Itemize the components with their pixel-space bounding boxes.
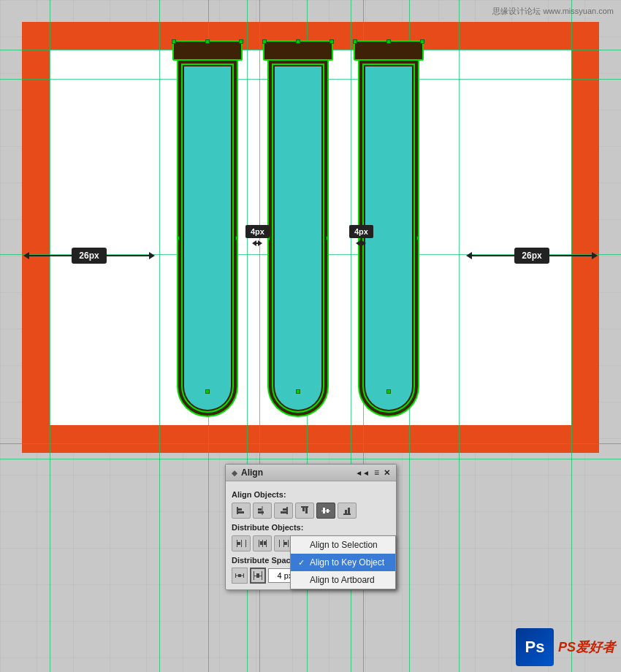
tube-inner-2 bbox=[272, 64, 324, 413]
svg-rect-4 bbox=[258, 511, 264, 513]
distribute-objects-label: Distribute Objects: bbox=[232, 523, 390, 532]
left-measure-label: 26px bbox=[72, 248, 106, 264]
svg-rect-18 bbox=[237, 540, 237, 547]
spacing-arrow-1: 4px bbox=[245, 225, 270, 246]
svg-rect-20 bbox=[245, 540, 246, 547]
distribute-center-h-btn[interactable] bbox=[253, 535, 272, 551]
sel-dot bbox=[177, 236, 180, 240]
watermark: 思缘设计论坛 www.missyuan.com bbox=[492, 6, 614, 17]
svg-rect-11 bbox=[305, 508, 308, 513]
svg-rect-44 bbox=[235, 573, 236, 578]
svg-rect-0 bbox=[237, 507, 238, 514]
align-objects-row bbox=[232, 503, 390, 519]
sel-dot bbox=[329, 39, 334, 44]
spacing-arrow-2: 4px bbox=[349, 225, 373, 246]
svg-rect-27 bbox=[279, 540, 280, 547]
svg-rect-12 bbox=[321, 511, 330, 511]
svg-rect-10 bbox=[302, 508, 305, 511]
align-panel-header: ◆ Align ◄◄ ≡ ✕ bbox=[226, 465, 396, 481]
svg-rect-1 bbox=[238, 508, 242, 511]
sel-dot bbox=[386, 389, 391, 394]
svg-rect-22 bbox=[259, 540, 259, 547]
svg-rect-26 bbox=[264, 541, 266, 545]
guide-v-11 bbox=[571, 0, 572, 672]
distribute-h-spacing-btn[interactable] bbox=[232, 568, 248, 584]
guide-v-10 bbox=[459, 0, 460, 672]
align-panel: ◆ Align ◄◄ ≡ ✕ Align Objects: bbox=[225, 464, 397, 590]
ps-logo: Ps bbox=[516, 628, 554, 666]
align-centers-h-btn[interactable] bbox=[253, 503, 272, 519]
spacing-label-2: 4px bbox=[349, 225, 373, 238]
sel-dot bbox=[262, 39, 267, 44]
spacing-label-1: 4px bbox=[245, 225, 270, 238]
menu-item-artboard[interactable]: Align to Artboard bbox=[291, 571, 395, 589]
sel-dot bbox=[205, 39, 210, 44]
svg-rect-28 bbox=[283, 540, 284, 547]
arrow-shaft bbox=[472, 255, 514, 256]
sel-dot bbox=[296, 389, 300, 394]
menu-item-selection[interactable]: Align to Selection bbox=[291, 536, 395, 554]
svg-rect-47 bbox=[236, 576, 238, 576]
sel-dot bbox=[235, 236, 238, 240]
sel-dot bbox=[296, 39, 300, 44]
sel-dot bbox=[172, 39, 176, 44]
right-measure: 26px bbox=[459, 245, 598, 267]
svg-rect-7 bbox=[283, 508, 286, 511]
tube-cap-2 bbox=[263, 40, 333, 61]
svg-rect-30 bbox=[284, 542, 287, 545]
tubes-container bbox=[159, 40, 437, 460]
svg-rect-23 bbox=[262, 540, 263, 547]
menu-item-key-object[interactable]: ✓ Align to Key Object bbox=[291, 554, 395, 571]
svg-rect-13 bbox=[323, 508, 325, 513]
tube-inner-1 bbox=[181, 64, 234, 413]
site-logo-text: PS爱好者 bbox=[558, 638, 615, 656]
svg-rect-16 bbox=[345, 510, 347, 513]
svg-rect-14 bbox=[327, 509, 329, 513]
panel-close-btn[interactable]: ✕ bbox=[384, 468, 390, 478]
svg-rect-5 bbox=[262, 506, 263, 515]
svg-rect-21 bbox=[237, 542, 240, 545]
svg-rect-24 bbox=[266, 540, 267, 547]
svg-rect-46 bbox=[238, 574, 241, 577]
panel-diamond-icon: ◆ bbox=[232, 469, 237, 477]
svg-rect-17 bbox=[348, 508, 350, 513]
panel-collapse-btn[interactable]: ◄◄ bbox=[355, 469, 370, 477]
align-objects-label: Align Objects: bbox=[232, 490, 390, 499]
sel-dot bbox=[386, 39, 391, 44]
sel-dot bbox=[239, 39, 243, 44]
panel-title: Align bbox=[241, 467, 263, 478]
guide-v-1 bbox=[50, 0, 50, 672]
distribute-left-btn[interactable] bbox=[232, 535, 251, 551]
svg-rect-48 bbox=[241, 576, 243, 576]
menu-check-key-object: ✓ bbox=[298, 558, 307, 568]
svg-rect-25 bbox=[260, 541, 262, 545]
align-centers-v-btn[interactable] bbox=[316, 503, 335, 519]
svg-rect-9 bbox=[301, 506, 308, 508]
svg-rect-8 bbox=[281, 511, 286, 513]
bottom-logos: Ps PS爱好者 bbox=[516, 628, 615, 666]
svg-rect-3 bbox=[258, 508, 262, 511]
arrow-tip-left bbox=[466, 252, 472, 259]
left-measure: 26px bbox=[23, 245, 162, 267]
align-bottom-edges-btn[interactable] bbox=[338, 503, 357, 519]
sel-dot bbox=[326, 236, 329, 240]
arrow-tip-left bbox=[23, 252, 29, 259]
distribute-spacing-active-btn[interactable] bbox=[250, 568, 266, 584]
align-left-edges-btn[interactable] bbox=[232, 503, 251, 519]
svg-rect-15 bbox=[343, 513, 351, 515]
svg-rect-29 bbox=[288, 540, 289, 547]
canvas-area: 26px 26px 4px 4px 思缘设计论坛 ww bbox=[0, 0, 621, 672]
svg-rect-6 bbox=[286, 507, 288, 514]
tube-cap-1 bbox=[172, 40, 243, 61]
align-top-edges-btn[interactable] bbox=[295, 503, 314, 519]
arrow-shaft bbox=[29, 255, 72, 256]
align-right-edges-btn[interactable] bbox=[274, 503, 293, 519]
sel-dot bbox=[353, 39, 357, 44]
tube-cap-3 bbox=[354, 40, 424, 61]
tube-body-1 bbox=[177, 59, 238, 417]
svg-rect-19 bbox=[241, 540, 242, 547]
arrow-tip-right bbox=[592, 252, 598, 259]
sel-dot bbox=[205, 389, 210, 394]
panel-menu-btn[interactable]: ≡ bbox=[374, 467, 379, 478]
sel-dot bbox=[416, 236, 419, 240]
